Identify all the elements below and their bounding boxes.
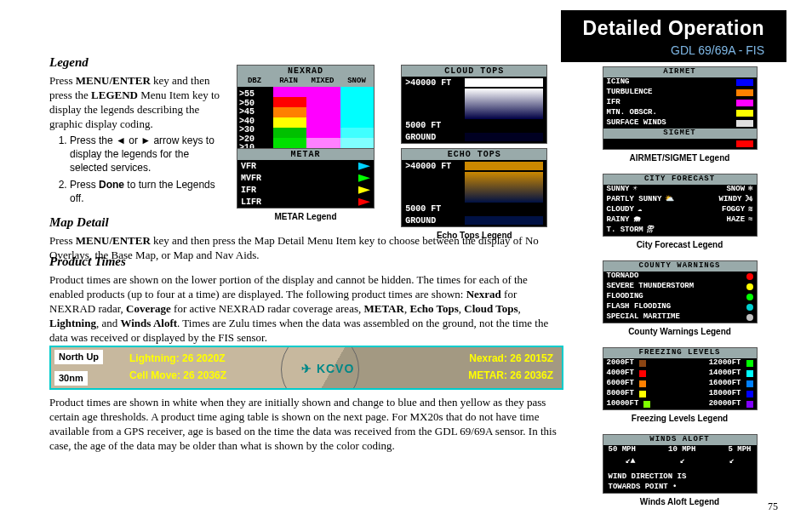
- metar-row: IFR: [237, 184, 374, 196]
- city-row: SUNNY☀ SNOW❄: [603, 185, 757, 195]
- winds-caption: Winds Aloft Legend: [584, 496, 775, 507]
- time-metar: METAR: 26 2036Z: [468, 369, 553, 383]
- orientation-label: North Up: [54, 350, 103, 364]
- time-lightning: Lightning: 26 2020Z: [129, 352, 226, 366]
- freezing-row: 4000FT 14000FT: [603, 369, 757, 379]
- cloud-tops-gradient: [465, 89, 543, 119]
- metar-row: VFR: [237, 160, 374, 172]
- echo-tops-gradient: [465, 172, 543, 203]
- airmet-row: TURBULENCE: [603, 88, 757, 98]
- legend-intro: Press MENU/ENTER key and then press the …: [49, 73, 226, 132]
- airmet-row: SURFACE WINDS: [603, 118, 757, 129]
- county-row: FLOODING: [603, 292, 757, 302]
- airport-ident: ✈ KCVO: [301, 361, 354, 376]
- freezing-caption: Freezing Levels Legend: [584, 413, 775, 424]
- city-row: PARTLY SUNNY⛅ WINDY🌬: [603, 195, 757, 205]
- county-caption: County Warnings Legend: [584, 326, 775, 337]
- freezing-row: 2000FT 12000FT: [603, 358, 757, 369]
- legend-step-2: Press Done to turn the Legends off.: [70, 179, 226, 206]
- county-row: TORNADO: [603, 272, 757, 282]
- legend-steps: Press the ◄ or ► arrow keys to display t…: [70, 134, 226, 205]
- freezing-row: 10000FT 20000FT: [603, 399, 757, 409]
- wind-barbs: ↙▲↙↙: [603, 455, 757, 467]
- freezing-row: 8000FT 18000FT: [603, 389, 757, 399]
- freezing-levels-legend: FREEZING LEVELS 2000FT 12000FT 4000FT 14…: [603, 347, 758, 410]
- product-times-section: Product Times Product times are shown on…: [49, 249, 560, 349]
- right-legends-column: AIRMET ICINGTURBULENCEIFRMTN. OBSCR.SURF…: [584, 66, 775, 517]
- metar-title: METAR: [237, 149, 374, 160]
- airmet-row: ICING: [603, 77, 757, 88]
- product-times-post: Product times are shown in white when th…: [49, 395, 560, 457]
- cloud-tops-legend-figure: CLOUD TOPS >40000 FT 5000 FT GROUND Clou…: [401, 65, 547, 157]
- airmet-row: MTN. OBSCR.: [603, 108, 757, 118]
- section-subtitle: GDL 69/69A - FIS: [583, 43, 764, 58]
- range-label: 30nm: [54, 371, 88, 386]
- metar-row: MVFR: [237, 172, 374, 184]
- airmet-row: IFR: [603, 98, 757, 108]
- section-header-tab: Detailed Operation GDL 69/69A - FIS: [561, 10, 786, 62]
- product-times-body: Product times are shown on the lower por…: [49, 272, 560, 346]
- city-row: CLOUDY☁ FOGGY≋: [603, 205, 757, 215]
- county-row: SEVERE THUNDERSTORM: [603, 282, 757, 292]
- freezing-row: 6000FT 16000FT: [603, 379, 757, 389]
- metar-row: LIFR: [237, 196, 374, 208]
- echo-tops-title: ECHO TOPS: [402, 149, 546, 160]
- time-cellmove: Cell Move: 26 2036Z: [129, 369, 226, 383]
- county-warnings-legend: COUNTY WARNINGS TORNADO SEVERE THUNDERST…: [603, 260, 758, 323]
- winds-aloft-legend: WINDS ALOFT 50 MPH 10 MPH 5 MPH ↙▲↙↙ WIN…: [603, 434, 758, 494]
- legend-step-1: Press the ◄ or ► arrow keys to display t…: [70, 134, 226, 174]
- city-row: T. STORM⛈: [603, 226, 757, 236]
- nexrad-col-headers: DBZ RAIN MIXED SNOW: [237, 77, 374, 87]
- legend-heading: Legend: [49, 54, 226, 71]
- airmet-caption: AIRMET/SIGMET Legend: [584, 152, 775, 163]
- county-row: FLASH FLOODING: [603, 302, 757, 312]
- city-forecast-legend: CITY FORECAST SUNNY☀ SNOW❄ PARTLY SUNNY⛅…: [603, 174, 758, 237]
- section-title: Detailed Operation: [583, 15, 764, 41]
- map-detail-heading: Map Detail: [49, 214, 560, 232]
- product-times-heading: Product Times: [49, 254, 560, 271]
- legend-section: Legend Press MENU/ENTER key and then pre…: [49, 49, 226, 213]
- airmet-legend: AIRMET ICINGTURBULENCEIFRMTN. OBSCR.SURF…: [603, 66, 758, 150]
- sigmet-swatch: [736, 140, 753, 147]
- city-forecast-caption: City Forecast Legend: [584, 239, 775, 250]
- county-row: SPECIAL MARITIME: [603, 312, 757, 323]
- cloud-tops-title: CLOUD TOPS: [402, 66, 546, 77]
- nexrad-title: NEXRAD: [237, 66, 374, 77]
- time-nexrad: Nexrad: 26 2015Z: [469, 352, 553, 366]
- city-row: RAINY🌧 HAZE≈: [603, 215, 757, 226]
- product-times-strip: North Up 30nm Lightning: 26 2020Z Cell M…: [49, 346, 563, 390]
- page-number: 75: [768, 500, 778, 514]
